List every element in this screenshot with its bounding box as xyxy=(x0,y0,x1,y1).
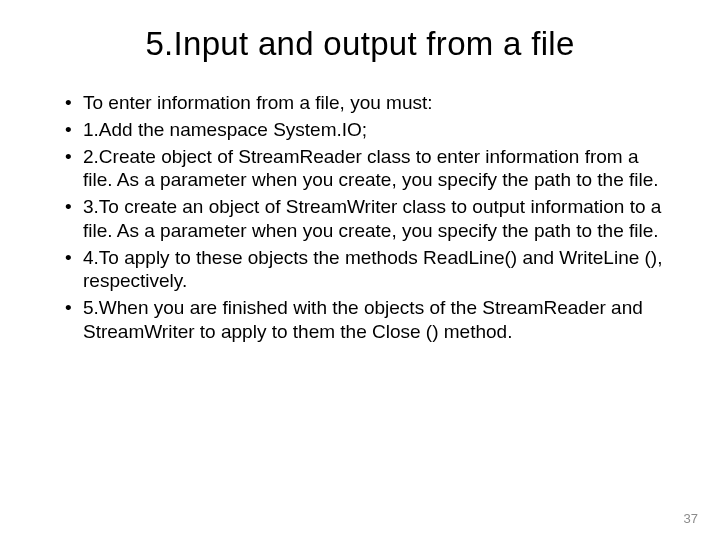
bullet-icon: • xyxy=(65,195,83,219)
bullet-text: To enter information from a file, you mu… xyxy=(83,91,665,115)
page-number: 37 xyxy=(684,511,698,526)
slide-title: 5.Input and output from a file xyxy=(55,25,665,63)
list-item: • 2.Create object of StreamReader class … xyxy=(65,145,665,193)
bullet-text: 1.Add the namespace System.IO; xyxy=(83,118,665,142)
list-item: • 5.When you are finished with the objec… xyxy=(65,296,665,344)
list-item: • To enter information from a file, you … xyxy=(65,91,665,115)
bullet-icon: • xyxy=(65,145,83,169)
list-item: • 4.To apply to these objects the method… xyxy=(65,246,665,294)
list-item: • 1.Add the namespace System.IO; xyxy=(65,118,665,142)
slide-content: • To enter information from a file, you … xyxy=(55,91,665,344)
bullet-text: 3.To create an object of StreamWriter cl… xyxy=(83,195,665,243)
bullet-text: 5.When you are finished with the objects… xyxy=(83,296,665,344)
bullet-icon: • xyxy=(65,246,83,270)
bullet-icon: • xyxy=(65,91,83,115)
list-item: • 3.To create an object of StreamWriter … xyxy=(65,195,665,243)
bullet-text: 4.To apply to these objects the methods … xyxy=(83,246,665,294)
bullet-text: 2.Create object of StreamReader class to… xyxy=(83,145,665,193)
slide: 5.Input and output from a file • To ente… xyxy=(0,0,720,540)
bullet-icon: • xyxy=(65,296,83,320)
bullet-icon: • xyxy=(65,118,83,142)
